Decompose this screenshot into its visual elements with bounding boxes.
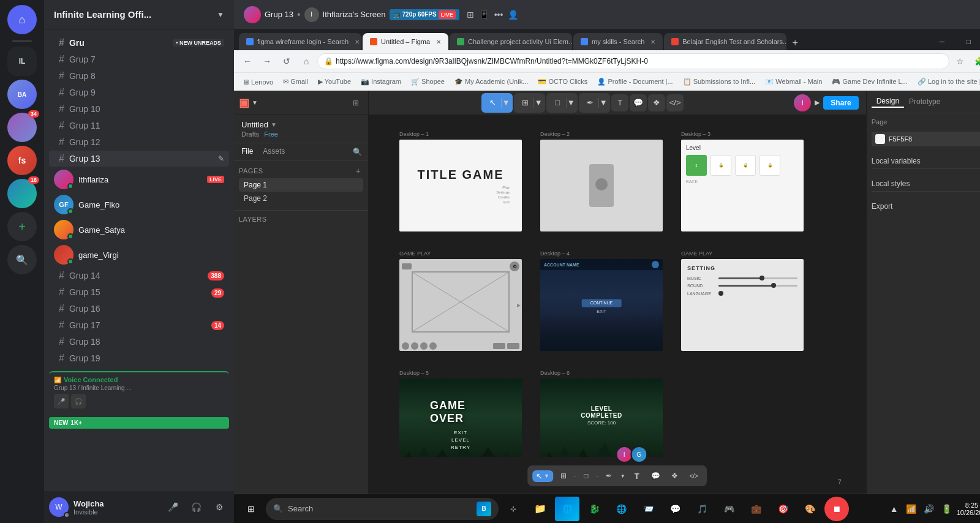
bottom-text-tool[interactable]: T	[628, 467, 646, 484]
browser-tab-figma-wireframe[interactable]: figma wireframe login - Search ✕	[239, 33, 361, 50]
back-button[interactable]: ←	[239, 53, 256, 70]
channel-item-grup11[interactable]: # Grup 11	[49, 118, 229, 134]
discord-server-icon-main[interactable]: IL	[7, 47, 37, 76]
server-header[interactable]: Infinite Learning Offi... ▼	[44, 0, 234, 29]
component-tool[interactable]: ❖	[648, 94, 665, 111]
bookmark-lenovo[interactable]: 🖥 Lenovo	[239, 77, 277, 87]
bottom-component-tool[interactable]: ❖	[666, 467, 684, 484]
new-tab-button[interactable]: +	[788, 36, 802, 50]
minimize-button[interactable]: ─	[930, 33, 954, 50]
tab-close-icon[interactable]: ✕	[355, 39, 360, 45]
browser-tab-untitled-figma[interactable]: Untitled – Figma ✕	[363, 33, 448, 50]
browser-tab-challenge[interactable]: Challenge project activity Ui Elem... ✕	[450, 33, 572, 50]
taskbar-fileexplorer[interactable]: 📁	[528, 497, 552, 521]
taskbar-search-bar[interactable]: 🔍 Search B	[266, 498, 499, 520]
rect-dropdown[interactable]: ▼	[567, 94, 575, 111]
tray-network[interactable]: 📶	[903, 502, 919, 516]
add-page-button[interactable]: +	[353, 166, 363, 176]
channel-item-grup18[interactable]: # Grup 18	[49, 334, 229, 350]
bookmark-octo[interactable]: 💳 OCTO Clicks	[534, 77, 591, 87]
code-tool[interactable]: </>	[666, 94, 684, 111]
voice-user-gamesatya[interactable]: Game_Satya	[49, 217, 229, 242]
frame-title-game[interactable]: TITLE GAME Play Settings Credits Exit	[399, 140, 522, 231]
channel-item-grup15[interactable]: # Grup 15 29	[49, 284, 229, 300]
figma-canvas[interactable]: ↖ ▼ ⊞ ▼ □ ▼	[369, 91, 866, 494]
channel-item-grup13[interactable]: # Grup 13 ✎	[49, 151, 229, 167]
browser-tab-myskills[interactable]: my skills - Search ✕	[573, 33, 663, 50]
taskbar-icon-3[interactable]: 📨	[636, 497, 660, 521]
frame-tool[interactable]: ⊞	[516, 94, 533, 111]
tab-file[interactable]: File	[239, 146, 255, 158]
voice-controls[interactable]: 🎤 🎧	[54, 394, 224, 408]
tab-assets[interactable]: Assets	[260, 146, 287, 158]
bookmark-gmail[interactable]: ✉ Gmail	[279, 77, 312, 87]
bottom-comment-tool[interactable]: 💬	[647, 467, 665, 484]
text-tool[interactable]: T	[611, 94, 628, 111]
page-item-2[interactable]: Page 2	[239, 192, 363, 205]
taskbar-icon-8[interactable]: 🎯	[771, 497, 795, 521]
channel-item-grup12[interactable]: # Grup 12	[49, 134, 229, 150]
voice-user-gamevirgi[interactable]: game_Virgi	[49, 243, 229, 267]
lang-option-selected[interactable]	[718, 291, 723, 296]
channel-item-grup19[interactable]: # Grup 19	[49, 350, 229, 366]
server-icon-with-badge[interactable]: 34	[7, 113, 37, 143]
page-item-1[interactable]: Page 1	[239, 178, 363, 192]
server-icon-3[interactable]: fs	[7, 146, 37, 176]
bookmark-webmail[interactable]: 📧 Webmail - Main	[761, 77, 826, 87]
tab-close-icon[interactable]: ✕	[436, 39, 441, 45]
frame-dropdown[interactable]: ▼	[534, 94, 543, 111]
channel-item-grup9[interactable]: # Grup 9	[49, 85, 229, 100]
color-swatch-row[interactable]: F5F5F8 100 %	[872, 132, 980, 146]
headset-button[interactable]: 🎧	[186, 497, 206, 517]
channel-item-grup16[interactable]: # Grup 16	[49, 301, 229, 317]
voice-user-gamefiko[interactable]: GF Game_Fiko	[49, 192, 229, 217]
bookmark-academic[interactable]: 🎓 My Academic (Unik...	[451, 77, 532, 87]
deafen-btn[interactable]: 🎧	[71, 394, 86, 408]
sound-slider-thumb[interactable]	[771, 283, 776, 288]
cursor-icon[interactable]: ↖	[536, 472, 543, 481]
frame-level[interactable]: Level 1 🔒 🔒	[681, 140, 804, 231]
channel-item-grup8[interactable]: # Grup 8	[49, 68, 229, 84]
prototype-tab[interactable]: Prototype	[904, 96, 945, 107]
channel-item-grup17[interactable]: # Grup 17 14	[49, 317, 229, 333]
frame-account[interactable]: ACCOUNT NAME 👤 CONTINUE EXIT	[540, 259, 663, 351]
mic-button[interactable]: 🎤	[163, 497, 183, 517]
tray-icon-1[interactable]: ▲	[888, 502, 901, 516]
taskbar-edge[interactable]: 🌐	[555, 497, 579, 521]
cursor-dropdown[interactable]: ▼	[502, 94, 510, 111]
bottom-rect-tool[interactable]: □	[578, 467, 595, 484]
discord-server-icon-2[interactable]: BA	[7, 80, 37, 109]
grid-view-icon[interactable]: ⊞	[467, 10, 474, 20]
address-bar[interactable]: 🔒 https://www.figma.com/design/9R3alIBQj…	[317, 53, 949, 69]
bookmark-login[interactable]: 🔗 Log in to the site | L...	[914, 77, 980, 87]
tab-close-icon[interactable]: ✕	[650, 39, 655, 45]
bookmark-instagram[interactable]: 📷 Instagram	[357, 77, 405, 87]
taskbar-record-btn[interactable]: ⏹	[824, 497, 849, 521]
rect-tool[interactable]: □	[549, 94, 566, 111]
bookmark-gamedev[interactable]: 🎮 Game Dev Infinite L...	[828, 77, 911, 87]
maximize-button[interactable]: □	[957, 33, 980, 50]
more-options-icon[interactable]: •••	[494, 10, 503, 20]
pen-dropdown[interactable]: ▼	[599, 94, 608, 111]
tray-sound[interactable]: 🔊	[921, 502, 937, 516]
help-button[interactable]: ?	[838, 478, 842, 485]
taskbar-icon-2[interactable]: 🌐	[609, 497, 633, 521]
bookmark-shopee[interactable]: 🛒 Shopee	[407, 77, 448, 87]
taskbar-icon-5[interactable]: 🎵	[690, 497, 714, 521]
music-slider-thumb[interactable]	[760, 276, 764, 280]
taskbar-icon-7[interactable]: 💼	[744, 497, 768, 521]
frame-settings[interactable]: SETTING MUSIC SOUND	[681, 259, 804, 351]
taskbar-icon-9[interactable]: 🎨	[797, 497, 822, 521]
discord-home-icon[interactable]: ⌂	[7, 5, 37, 34]
bookmark-youtube[interactable]: ▶ YouTube	[314, 77, 355, 87]
search-button[interactable]: 🔍	[351, 146, 363, 158]
bottom-frame-tool[interactable]: ⊞	[555, 467, 572, 484]
bookmark-submissions[interactable]: 📋 Submissions to Infi...	[679, 77, 760, 87]
bottom-pen-tool[interactable]: ✒	[600, 467, 617, 484]
people-icon[interactable]: 👤	[508, 10, 518, 20]
phone-icon[interactable]: 📱	[479, 10, 489, 20]
frame-gameplay1[interactable]: ⚙	[399, 259, 522, 351]
start-button[interactable]: ⊞	[239, 497, 263, 521]
frame-level-complete[interactable]: LEVEL COMPLETED SCORE: 100 NEXT	[540, 378, 663, 457]
bottom-pen-dropdown[interactable]: ▼	[619, 467, 627, 484]
